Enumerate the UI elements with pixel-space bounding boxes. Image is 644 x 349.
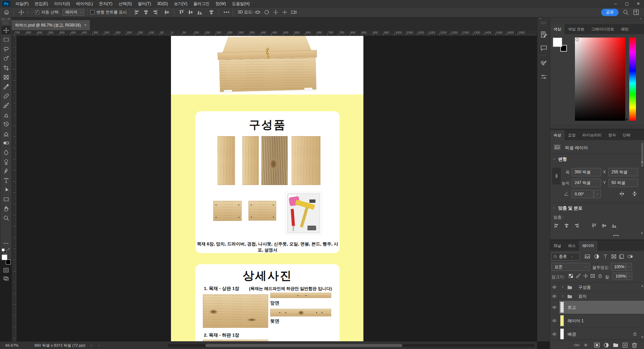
status-chevron-icon[interactable]: › <box>91 343 92 347</box>
horizontal-scrollbar-track[interactable] <box>168 344 535 347</box>
pen-tool[interactable] <box>1 167 11 175</box>
brush-tool[interactable] <box>1 101 11 110</box>
blend-mode-dropdown[interactable]: 표준 <box>551 263 590 271</box>
frame-tool[interactable] <box>1 73 11 81</box>
link-layers-icon[interactable] <box>574 342 580 348</box>
align-right-icon[interactable] <box>152 9 158 15</box>
layer-name[interactable]: 로고 <box>568 305 576 310</box>
align-bottom-icon[interactable] <box>196 9 203 15</box>
align-center-icon[interactable] <box>564 223 570 229</box>
menu-item[interactable]: 레이어(L) <box>73 0 96 7</box>
clone-stamp-tool[interactable] <box>1 110 11 119</box>
menu-item[interactable]: 선택(S) <box>115 0 135 7</box>
layer-name[interactable]: 표지 <box>578 294 587 299</box>
properties-tab[interactable]: 속성 <box>550 130 565 140</box>
layer-row[interactable]: ›표지 <box>550 292 642 301</box>
y-field[interactable]: 50 픽셀 <box>608 179 638 187</box>
align-top-icon[interactable] <box>591 223 597 229</box>
scroll-up-icon[interactable]: ∧ <box>641 160 643 164</box>
menu-item[interactable]: 보기(V) <box>171 0 190 7</box>
object-selection-tool[interactable] <box>1 54 11 63</box>
tab-close-icon[interactable]: × <box>84 23 86 27</box>
foreground-color-swatch[interactable] <box>2 254 7 260</box>
toolbar-close-icon[interactable]: × <box>8 17 10 20</box>
adjustment-layer-icon[interactable] <box>603 342 609 348</box>
menu-item[interactable]: 이미지(I) <box>51 0 73 7</box>
eyedropper-tool[interactable] <box>1 82 11 91</box>
layer-thumbnail[interactable] <box>560 315 564 326</box>
menu-item[interactable]: 필터(T) <box>135 0 154 7</box>
lock-all-icon[interactable] <box>597 273 603 279</box>
filter-shape-icon[interactable] <box>611 253 617 259</box>
eye-cell[interactable] <box>550 292 559 300</box>
menu-item[interactable]: 3D(D) <box>154 0 171 7</box>
quick-mask-button[interactable] <box>1 266 11 275</box>
swap-colors-icon[interactable] <box>7 248 11 252</box>
eye-cell[interactable] <box>550 283 559 291</box>
filter-type-icon[interactable] <box>602 253 608 259</box>
properties-tab[interactable]: 라이브러리 <box>579 130 605 140</box>
align-middle-icon[interactable] <box>601 223 607 229</box>
height-field[interactable]: 247 픽셀 <box>572 179 601 187</box>
zoom-level-field[interactable]: 66.67% <box>5 343 18 347</box>
toolbar-expand-icon[interactable]: » <box>2 17 4 20</box>
zoom-tool[interactable] <box>1 214 11 222</box>
color-swatch-pair[interactable] <box>553 38 568 52</box>
properties-tab[interactable]: 문자 <box>605 130 620 140</box>
layer-name[interactable]: 레이어 1 <box>568 318 584 324</box>
document-canvas[interactable]: 구성품 <box>171 36 363 341</box>
layer-style-fx-icon[interactable]: fx <box>584 342 590 348</box>
status-back-chevron-icon[interactable]: ‹ <box>99 343 100 347</box>
lock-artboard-icon[interactable] <box>590 273 595 279</box>
layers-tab[interactable]: 패스 <box>565 241 579 251</box>
rectangle-tool[interactable] <box>1 195 11 203</box>
move-tool-option-icon[interactable] <box>18 9 24 15</box>
x-field[interactable]: 255 픽셀 <box>608 168 638 176</box>
layer-thumbnail[interactable] <box>560 302 564 313</box>
align-center-icon[interactable] <box>143 9 149 15</box>
dock-grip[interactable] <box>541 21 546 24</box>
distribute-horizontal-icon[interactable] <box>164 9 170 15</box>
opacity-dropdown-button[interactable] <box>626 263 632 271</box>
more-align-dots[interactable]: ••• <box>613 233 620 238</box>
color-tab[interactable]: 색상 견본 <box>565 24 588 34</box>
workspace-icon[interactable] <box>633 9 639 15</box>
group-expand-icon[interactable]: › <box>562 294 564 298</box>
align-right-icon[interactable] <box>574 223 580 229</box>
blur-tool[interactable] <box>1 148 11 157</box>
auto-select-checkbox[interactable] <box>35 10 39 14</box>
type-tool[interactable] <box>1 176 11 185</box>
close-button[interactable]: ✕ <box>633 0 644 7</box>
menu-item[interactable]: 도움말(H) <box>229 0 253 7</box>
align-bottom-icon[interactable] <box>611 223 617 229</box>
horizontal-scrollbar-thumb[interactable] <box>206 344 402 347</box>
eye-cell[interactable] <box>550 301 559 314</box>
delete-layer-icon[interactable] <box>631 342 638 348</box>
layer-filter-dropdown[interactable]: 종류 <box>551 253 580 260</box>
dodge-tool[interactable] <box>1 157 11 166</box>
move-tool[interactable] <box>1 26 11 35</box>
angle-field[interactable]: 0.00° <box>572 190 594 198</box>
rectangular-marquee-tool[interactable] <box>1 35 11 44</box>
menu-item[interactable]: 창(W) <box>213 0 229 7</box>
healing-brush-tool[interactable] <box>1 92 11 100</box>
lock-position-icon[interactable] <box>583 273 588 279</box>
home-icon[interactable] <box>3 9 10 15</box>
lock-pixels-icon[interactable] <box>576 273 581 279</box>
align-left-icon[interactable] <box>553 223 560 229</box>
notes-panel-icon[interactable] <box>540 44 547 52</box>
minimize-button[interactable]: ─ <box>610 0 621 7</box>
filter-smart-object-icon[interactable] <box>619 253 625 259</box>
align-top-icon[interactable] <box>178 9 185 15</box>
eye-cell[interactable] <box>550 328 559 341</box>
color-tab[interactable]: 색상 <box>550 24 565 34</box>
hue-slider-marker[interactable] <box>626 118 628 121</box>
history-panel-icon[interactable] <box>540 31 547 38</box>
eye-cell[interactable] <box>550 314 559 327</box>
color-cursor[interactable] <box>576 38 579 41</box>
properties-tab[interactable]: 조정 <box>565 130 579 140</box>
width-field[interactable]: 350 픽셀 <box>572 168 601 176</box>
layer-name[interactable]: 배경 <box>568 332 576 337</box>
properties-tab[interactable]: 단락 <box>620 130 634 140</box>
show-transform-checkbox[interactable] <box>90 10 95 14</box>
